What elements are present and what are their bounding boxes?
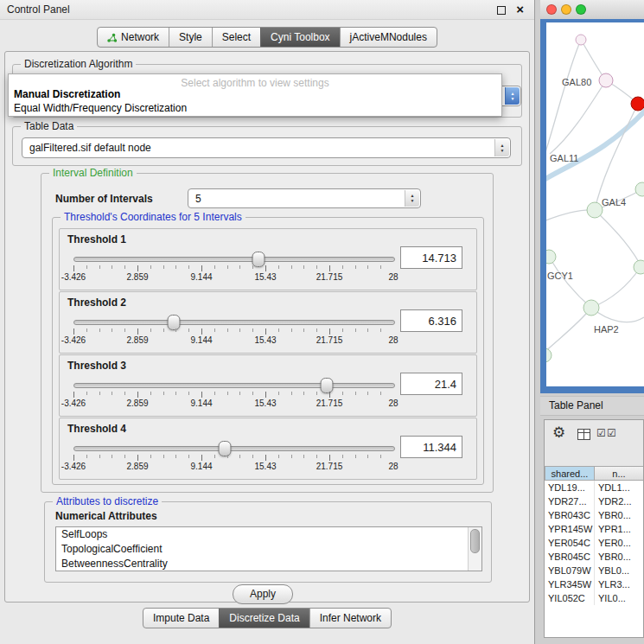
scrollbar-thumb[interactable]	[470, 529, 480, 553]
checkbox-icon[interactable]: ☑	[607, 427, 616, 439]
table-row[interactable]: YBR043C YBR0...	[545, 508, 643, 522]
tab-jactivemnodules[interactable]: jActiveMNodules	[340, 28, 437, 47]
table-data-combobox[interactable]: galFiltered.sif default node ▲▼	[22, 137, 511, 158]
gear-icon[interactable]: ⚙	[552, 424, 565, 442]
node[interactable]	[635, 182, 644, 196]
node-selected-red[interactable]	[631, 97, 644, 111]
list-item[interactable]: BetweennessCentrality	[56, 557, 481, 571]
dropdown-option-manual-discretization[interactable]: Manual Discretization	[14, 88, 120, 100]
threshold-value-field[interactable]: 11.344	[400, 436, 462, 458]
tick-label: -3.426	[61, 335, 86, 345]
slider-track[interactable]	[73, 320, 395, 325]
table-row[interactable]: YIL052C YIL0...	[545, 591, 643, 605]
cell[interactable]: YLR3...	[595, 577, 643, 591]
slider-scale-labels: -3.426 2.859 9.144 15.43 21.715 28	[73, 335, 393, 346]
network-window-titlebar[interactable]	[540, 0, 644, 20]
threshold-slider[interactable]: -3.426 2.859 9.144 15.43 21.715 28	[73, 257, 393, 281]
column-header-name[interactable]: n...	[595, 466, 643, 481]
checkbox-icon[interactable]: ☑	[596, 427, 606, 439]
vertical-scrollbar[interactable]	[468, 527, 481, 571]
node-hap2[interactable]	[583, 300, 599, 316]
tick-label: 15.43	[254, 462, 276, 471]
node-gal80[interactable]	[599, 73, 613, 87]
control-panel-titlebar[interactable]: Control Panel ×	[0, 0, 534, 20]
cell[interactable]: YLR345W	[545, 577, 595, 591]
tick-label: -3.426	[61, 272, 86, 282]
attributes-group-title: Attributes to discretize	[53, 495, 162, 507]
slider-track[interactable]	[73, 257, 395, 262]
tick-label: 9.144	[190, 399, 212, 408]
cell[interactable]: YIL0...	[595, 591, 643, 605]
tick-label: -3.426	[61, 462, 86, 471]
node[interactable]	[546, 348, 552, 362]
table-row[interactable]: YDL19... YDL1...	[545, 481, 643, 494]
number-of-intervals-combobox[interactable]: 5 ▲▼	[188, 188, 421, 208]
combo-stepper-icon[interactable]: ▲▼	[405, 190, 419, 207]
cell[interactable]: YER054C	[545, 536, 595, 550]
combo-stepper-icon[interactable]: ▲▼	[494, 139, 509, 156]
tab-label: Style	[179, 31, 202, 43]
combo-stepper-icon[interactable]: ▲▼	[505, 87, 520, 105]
network-canvas[interactable]: GAL80 GAL11 GAL4 GCY1 HAP2	[546, 22, 644, 386]
tab-cyni-toolbox[interactable]: Cyni Toolbox	[260, 28, 339, 47]
threshold-value-field[interactable]: 21.4	[400, 373, 462, 395]
column-header-shared-name[interactable]: shared...	[545, 466, 595, 481]
table-row[interactable]: YBR045C YBR0...	[545, 550, 643, 564]
cell[interactable]: YBR043C	[545, 508, 595, 522]
table-panel-header[interactable]: Table Panel	[540, 396, 644, 416]
threshold-label: Threshold 2	[67, 296, 126, 309]
threshold-slider[interactable]: -3.426 2.859 9.144 15.43 21.715 28	[73, 320, 393, 344]
threshold-slider[interactable]: -3.426 2.859 9.144 15.43 21.715 28	[73, 383, 393, 407]
node[interactable]	[634, 260, 644, 274]
threshold-value-field[interactable]: 6.316	[400, 309, 462, 332]
zoom-traffic-light[interactable]	[576, 4, 586, 15]
threshold-value-field[interactable]: 14.713	[400, 246, 462, 269]
table-row[interactable]: YLR345W YLR3...	[545, 577, 643, 591]
tab-infer-network[interactable]: Infer Network	[309, 609, 391, 628]
table-data-selected-value: galFiltered.sif default node	[29, 142, 151, 154]
cell[interactable]: YDL1...	[595, 481, 643, 494]
tab-label: jActiveMNodules	[350, 31, 427, 43]
list-item[interactable]: TopologicalCoefficient	[56, 542, 481, 557]
cell[interactable]: YBR0...	[595, 550, 643, 564]
float-window-icon[interactable]	[497, 6, 506, 15]
table-header-row: shared... n...	[545, 466, 643, 481]
cell[interactable]: YDR27...	[545, 494, 595, 508]
tab-select[interactable]: Select	[212, 28, 260, 47]
tick-label: 15.43	[254, 399, 276, 408]
cell[interactable]: YDR2...	[595, 494, 643, 508]
tab-discretize-data[interactable]: Discretize Data	[219, 609, 309, 628]
tab-network[interactable]: Network	[98, 28, 169, 47]
table-row[interactable]: YDR27... YDR2...	[545, 494, 643, 508]
node[interactable]	[576, 35, 586, 45]
tab-label: Discretize Data	[229, 612, 299, 624]
column-browser-icon[interactable]	[577, 429, 590, 440]
node-gal4[interactable]	[587, 202, 603, 218]
tab-style[interactable]: Style	[169, 28, 212, 47]
table-row[interactable]: YBL079W YBL0...	[545, 564, 643, 577]
table-row[interactable]: YER054C YER0...	[545, 536, 643, 550]
cell[interactable]: YBR045C	[545, 550, 595, 564]
cell[interactable]: YPR145W	[545, 522, 595, 536]
slider-track[interactable]	[73, 383, 395, 388]
numerical-attributes-list[interactable]: SelfLoops TopologicalCoefficient Between…	[55, 526, 482, 571]
cell[interactable]: YBL079W	[545, 564, 595, 577]
cell[interactable]: YBL0...	[595, 564, 643, 577]
minimize-traffic-light[interactable]	[561, 4, 571, 15]
node-gcy1[interactable]	[546, 250, 556, 264]
table-row[interactable]: YPR145W YPR1...	[545, 522, 643, 536]
slider-track[interactable]	[73, 446, 395, 451]
close-icon[interactable]: ×	[516, 2, 524, 16]
list-item[interactable]: SelfLoops	[56, 527, 481, 542]
cell[interactable]: YER0...	[595, 536, 643, 550]
cell[interactable]: YIL052C	[545, 591, 595, 605]
threshold-slider[interactable]: -3.426 2.859 9.144 15.43 21.715 28	[73, 446, 393, 470]
cell[interactable]: YPR1...	[595, 522, 643, 536]
apply-button[interactable]: Apply	[233, 584, 293, 604]
network-window-frame: GAL80 GAL11 GAL4 GCY1 HAP2	[540, 19, 644, 393]
close-traffic-light[interactable]	[546, 4, 557, 15]
cell[interactable]: YBR0...	[595, 508, 643, 522]
tab-impute-data[interactable]: Impute Data	[143, 609, 219, 628]
dropdown-option-equal-width-frequency[interactable]: Equal Width/Frequency Discretization	[14, 102, 187, 114]
cell[interactable]: YDL19...	[545, 481, 595, 494]
